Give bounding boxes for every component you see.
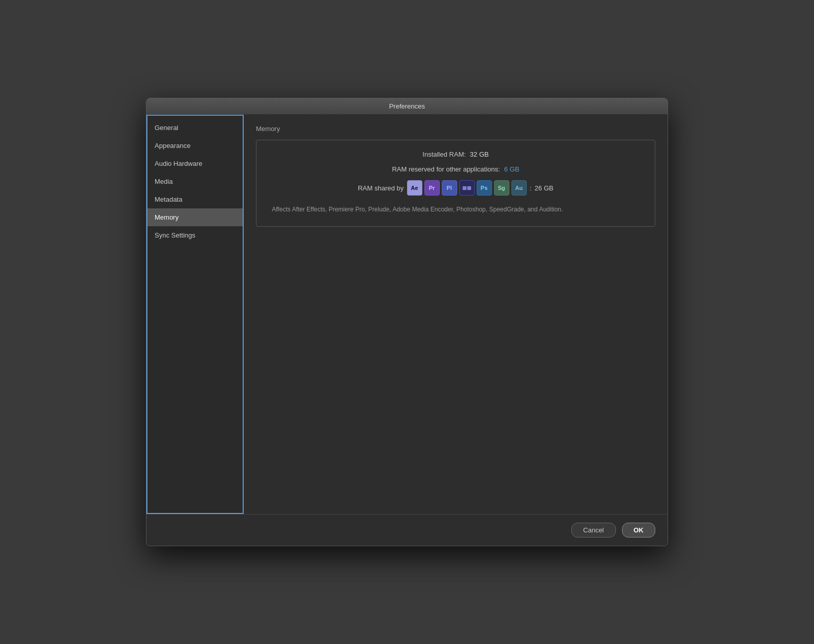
app-icon-au: Au — [511, 180, 527, 196]
affects-text: Affects After Effects, Premiere Pro, Pre… — [272, 205, 639, 214]
sidebar-item-memory[interactable]: Memory — [147, 208, 243, 226]
app-icon-ps: Ps — [477, 180, 492, 196]
dialog-footer: Cancel OK — [146, 514, 668, 546]
reserved-ram-row: RAM reserved for other applications: 6 G… — [272, 165, 639, 173]
shared-ram-row: RAM shared by Ae Pr Pl ▩▩ Ps Sg Au : 26 … — [272, 180, 639, 196]
sidebar-item-audio-hardware[interactable]: Audio Hardware — [147, 155, 243, 173]
app-icon-ame: ▩▩ — [459, 180, 475, 196]
app-icon-pr: Pr — [424, 180, 440, 196]
shared-ram-value: 26 GB — [534, 184, 553, 192]
installed-ram-row: Installed RAM: 32 GB — [272, 151, 639, 158]
app-icon-ae: Ae — [407, 180, 422, 196]
dialog-body: General Appearance Audio Hardware Media … — [146, 115, 668, 514]
shared-ram-label: RAM shared by — [358, 184, 404, 192]
dialog-title: Preferences — [389, 102, 425, 110]
ok-button[interactable]: OK — [622, 523, 656, 538]
app-icon-sg: Sg — [494, 180, 509, 196]
app-icon-pl: Pl — [442, 180, 457, 196]
sidebar: General Appearance Audio Hardware Media … — [146, 115, 244, 514]
sidebar-item-metadata[interactable]: Metadata — [147, 190, 243, 208]
shared-ram-colon: : — [530, 184, 532, 192]
title-bar: Preferences — [146, 98, 668, 115]
reserved-ram-value[interactable]: 6 GB — [504, 165, 520, 173]
reserved-ram-label: RAM reserved for other applications: — [392, 165, 500, 173]
sidebar-item-sync-settings[interactable]: Sync Settings — [147, 226, 243, 244]
preferences-dialog: Preferences General Appearance Audio Har… — [146, 98, 668, 546]
main-content: Memory Installed RAM: 32 GB RAM reserved… — [244, 115, 668, 514]
app-icons: Ae Pr Pl ▩▩ Ps Sg Au — [407, 180, 527, 196]
installed-ram-label: Installed RAM: — [422, 151, 466, 158]
sidebar-item-media[interactable]: Media — [147, 173, 243, 190]
installed-ram-value: 32 GB — [470, 151, 489, 158]
memory-section-title: Memory — [256, 125, 655, 133]
sidebar-item-general[interactable]: General — [147, 119, 243, 137]
cancel-button[interactable]: Cancel — [571, 523, 615, 538]
memory-panel: Installed RAM: 32 GB RAM reserved for ot… — [256, 140, 655, 227]
sidebar-item-appearance[interactable]: Appearance — [147, 137, 243, 155]
